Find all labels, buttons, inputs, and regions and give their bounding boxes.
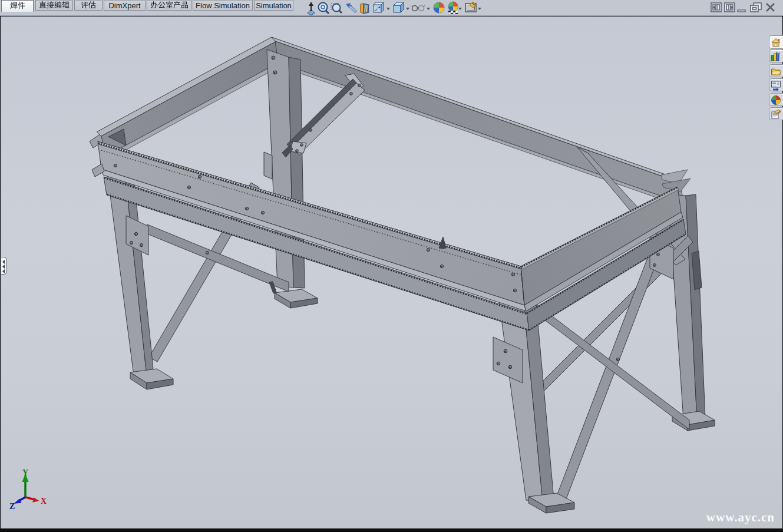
svg-text:Y: Y bbox=[22, 468, 28, 477]
svg-text:Z: Z bbox=[9, 502, 15, 511]
svg-text:X: X bbox=[41, 497, 47, 505]
